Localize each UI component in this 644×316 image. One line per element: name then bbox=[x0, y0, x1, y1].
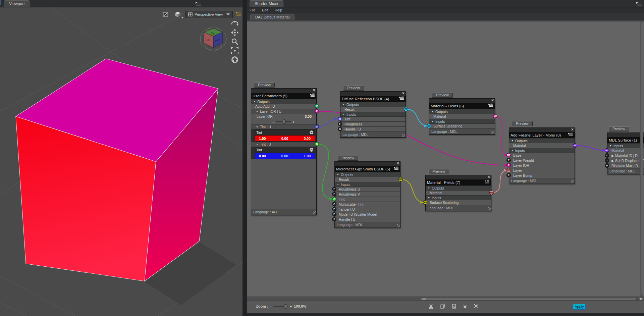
node-row[interactable]: LayerMT bbox=[509, 168, 575, 173]
node-connector-f[interactable]: F bbox=[605, 163, 609, 168]
node-row[interactable]: Language : MDL bbox=[340, 132, 406, 137]
node-title-strip[interactable]: × bbox=[251, 89, 316, 93]
node-resize-grip[interactable] bbox=[491, 131, 494, 134]
node-resize-grip[interactable] bbox=[571, 180, 574, 183]
node-resize-grip[interactable] bbox=[488, 207, 491, 210]
draw-style-cube-icon[interactable] bbox=[173, 10, 182, 18]
node-row[interactable]: Multiscatter TintC bbox=[335, 202, 400, 207]
node-connector-e[interactable]: E bbox=[332, 212, 336, 216]
copy-icon[interactable] bbox=[440, 304, 445, 310]
node-connector-bf[interactable]: BF bbox=[423, 200, 427, 205]
node-row[interactable]: ▼Inputs bbox=[509, 148, 575, 153]
node-row[interactable]: Layer IORF bbox=[509, 163, 575, 168]
node-preview-button[interactable]: Preview bbox=[608, 126, 629, 131]
node-connector-i[interactable]: I bbox=[605, 158, 609, 163]
menu-help[interactable]: Help bbox=[275, 7, 282, 13]
zoom-minus[interactable]: - bbox=[270, 304, 272, 308]
node-row[interactable]: ▼Outputs bbox=[335, 172, 400, 177]
node-row[interactable]: Displace Max | DF bbox=[607, 163, 644, 168]
node-connector-c[interactable]: C bbox=[332, 202, 336, 206]
node-connector-p[interactable]: P bbox=[506, 173, 511, 177]
node-connector-mt[interactable]: MT bbox=[573, 143, 577, 148]
shader-node-n5[interactable]: ×Material - Fields (7)▼OutputsMaterialMT… bbox=[425, 175, 491, 211]
node-row[interactable]: ▶ SubD Displacer | DI bbox=[607, 158, 644, 163]
pane-divider[interactable] bbox=[243, 0, 247, 316]
scrollbar-knob[interactable] bbox=[638, 297, 643, 301]
node-connector-mt[interactable]: MT bbox=[506, 168, 511, 172]
node-connector-mt[interactable]: MT bbox=[489, 191, 494, 195]
node-row[interactable]: Layer WeightF bbox=[509, 158, 575, 163]
shader-pane-menu-icon[interactable] bbox=[636, 1, 642, 7]
node-header[interactable]: Add Fresnel Layer - Mono (8) bbox=[509, 132, 575, 138]
node-row[interactable] bbox=[251, 159, 316, 209]
node-preview-button[interactable]: Preview bbox=[343, 86, 364, 91]
node-row[interactable]: ▼Outputs bbox=[509, 139, 575, 143]
node-header[interactable]: User Parameters (9) bbox=[251, 93, 316, 99]
node-row[interactable]: ▼Inputs bbox=[426, 196, 491, 200]
node-connector-s[interactable]: S bbox=[338, 127, 342, 131]
node-resize-grip[interactable] bbox=[313, 211, 316, 214]
node-preview-button[interactable]: Preview bbox=[432, 93, 453, 98]
home-icon[interactable] bbox=[230, 56, 239, 64]
cut-icon[interactable] bbox=[429, 304, 434, 310]
tab-shader-mixer[interactable]: Shader Mixer bbox=[250, 0, 283, 7]
node-header[interactable]: Microfacet Ggx Smith BSDF (5) bbox=[335, 166, 400, 172]
node-row[interactable]: Tangent UP bbox=[335, 207, 400, 212]
node-title-strip[interactable]: × bbox=[340, 92, 406, 96]
node-row[interactable]: Language : MDL bbox=[509, 178, 575, 183]
node-close-icon[interactable]: × bbox=[491, 98, 494, 103]
gear-icon[interactable] bbox=[310, 148, 313, 152]
node-row[interactable]: BaseMT bbox=[509, 153, 575, 158]
node-row[interactable]: ▼Inputs bbox=[335, 182, 400, 187]
node-title-strip[interactable]: × bbox=[426, 175, 491, 179]
node-preview-button[interactable]: Preview bbox=[337, 156, 358, 161]
node-row[interactable]: Auto Add | UV bbox=[251, 104, 316, 109]
node-connector-f[interactable]: F bbox=[315, 109, 319, 113]
shader-node-n6[interactable]: ×Add Fresnel Layer - Mono (8)▼OutputsMat… bbox=[509, 127, 575, 184]
node-resize-grip[interactable] bbox=[402, 134, 405, 137]
color-value-bar[interactable]: 0.000.001.00 bbox=[255, 153, 315, 159]
node-header[interactable]: Material - Fields (6) bbox=[429, 103, 495, 109]
frame-icon[interactable] bbox=[230, 47, 239, 55]
node-menu-icon[interactable] bbox=[310, 93, 315, 99]
node-connector-v[interactable]: V bbox=[315, 104, 319, 108]
node-connector-c[interactable]: C bbox=[315, 142, 319, 146]
viewport-3d-area[interactable]: Top Left Back Perspective View bbox=[0, 7, 243, 316]
delete-icon[interactable]: ✕ bbox=[463, 305, 467, 309]
node-preview-button[interactable]: Preview bbox=[512, 121, 533, 126]
node-title-strip[interactable]: × bbox=[429, 99, 495, 103]
zoom-plus[interactable]: ▸ bbox=[290, 305, 292, 308]
node-row[interactable]: ▼Tint | UC bbox=[251, 124, 316, 129]
parameter-slider[interactable] bbox=[276, 121, 291, 122]
color-widget[interactable]: Tint1.000.000.00 bbox=[255, 129, 315, 142]
node-menu-icon[interactable] bbox=[484, 179, 490, 186]
color-widget[interactable]: Tint0.000.001.00 bbox=[255, 147, 315, 159]
node-row[interactable]: ▼Inputs bbox=[340, 112, 406, 116]
render-style-icon[interactable] bbox=[161, 10, 170, 18]
node-connector-f[interactable]: F bbox=[332, 187, 336, 191]
node-row[interactable]: ▼Outputs bbox=[340, 102, 406, 107]
node-connector-s[interactable]: S bbox=[332, 217, 336, 221]
horizontal-scrollbar-handle[interactable] bbox=[421, 297, 637, 300]
node-row[interactable]: Language : ALL bbox=[251, 209, 316, 215]
node-header[interactable]: Material - Fields (7) bbox=[426, 179, 491, 186]
node-row[interactable]: MaterialMT bbox=[426, 191, 491, 195]
node-menu-icon[interactable] bbox=[393, 166, 399, 172]
node-close-icon[interactable]: × bbox=[313, 88, 315, 93]
node-connector-p[interactable]: P bbox=[332, 207, 336, 211]
vertical-scrollbar-handle[interactable] bbox=[641, 22, 643, 295]
node-connector-c[interactable]: C bbox=[338, 117, 342, 121]
node-row[interactable]: MaterialMT bbox=[509, 143, 575, 148]
tab-daz-default-material[interactable]: DAZ Default Material bbox=[250, 14, 294, 20]
color-value-bar[interactable]: 1.000.000.00 bbox=[255, 135, 315, 141]
node-row[interactable]: ResultBF bbox=[335, 177, 400, 182]
shader-node-n2[interactable]: ×Diffuse Reflection BSDF (4)▼OutputsResu… bbox=[340, 91, 406, 138]
viewport-pane-menu-icon[interactable] bbox=[195, 1, 201, 7]
node-connector-f[interactable]: F bbox=[332, 192, 336, 196]
node-row[interactable]: ▼Layer IOR | UF bbox=[251, 109, 316, 114]
node-row[interactable]: MaterialMT bbox=[429, 114, 495, 119]
horizontal-scrollbar[interactable] bbox=[247, 297, 644, 301]
node-connector-f[interactable]: F bbox=[506, 158, 511, 162]
menu-file[interactable]: File bbox=[250, 7, 256, 13]
node-resize-grip[interactable] bbox=[397, 224, 400, 227]
